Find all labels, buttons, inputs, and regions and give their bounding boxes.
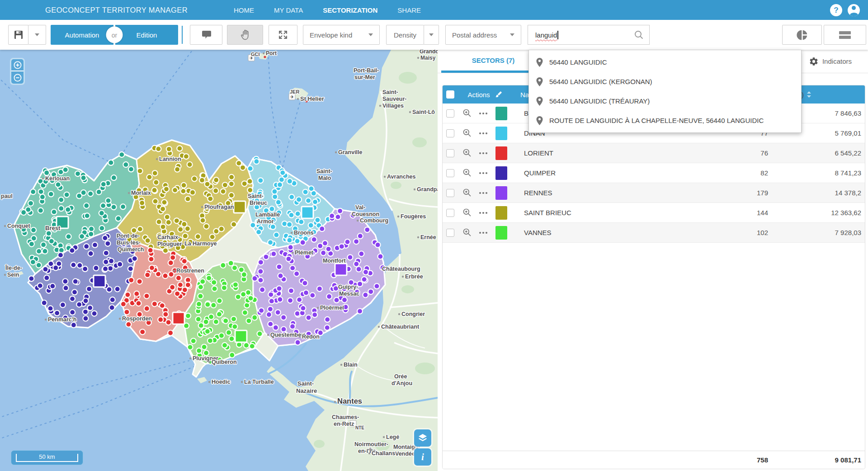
table-view-button[interactable]	[824, 25, 866, 45]
sector-value: 7 928,03	[768, 229, 865, 236]
top-navbar: GEOCONCEPT TERRITORY MANAGER HOMEMY DATA…	[0, 0, 868, 20]
svg-text:Challans: Challans	[372, 450, 395, 457]
map-canvas[interactable]: ✈✈✈GCIPortJERSt HelierPort-Bail-sur-MerG…	[0, 50, 438, 471]
pan-hand-button[interactable]	[227, 25, 263, 45]
row-checkbox[interactable]	[446, 169, 454, 177]
nav-item-my-data[interactable]: MY DATA	[273, 1, 304, 19]
map-svg: ✈✈✈GCIPortJERSt HelierPort-Bail-sur-MerG…	[0, 50, 438, 471]
suggestion-item[interactable]: 56440 LANGUIDIC (KERGONAN)	[529, 72, 801, 91]
select-all-checkbox[interactable]	[446, 90, 454, 99]
zoom-to-sector-button[interactable]	[459, 168, 475, 178]
row-menu-button[interactable]	[475, 172, 491, 174]
svg-text:Lamballe: Lamballe	[255, 212, 280, 218]
svg-text:Ernée: Ernée	[420, 234, 436, 240]
svg-text:Port-Bail-: Port-Bail-	[354, 67, 379, 74]
sector-color-swatch	[495, 146, 507, 160]
table-row[interactable]: SAINT BRIEUC14412 363,62	[443, 203, 865, 223]
zoom-out-button[interactable]	[11, 71, 24, 84]
row-menu-button[interactable]	[475, 132, 491, 135]
fullscreen-button[interactable]	[269, 25, 297, 45]
sector-marker-dinan[interactable]	[302, 207, 313, 218]
row-checkbox[interactable]	[446, 149, 454, 157]
suggestion-item[interactable]: 56440 LANGUIDIC (TRÉAURAY)	[529, 91, 801, 111]
sector-color-swatch	[495, 186, 507, 200]
sector-count: 76	[718, 149, 768, 157]
navbar-right: ?	[830, 0, 860, 20]
table-row[interactable]: VANNES1027 928,03	[443, 223, 865, 243]
sector-marker-saint-brieuc[interactable]	[234, 201, 245, 213]
sector-marker-quimper[interactable]	[94, 275, 105, 287]
row-checkbox[interactable]	[446, 229, 454, 237]
svg-text:Hoedic: Hoedic	[212, 379, 231, 385]
layers-button[interactable]	[414, 429, 431, 447]
chart-view-button[interactable]	[782, 25, 822, 45]
paintbrush-icon[interactable]	[495, 90, 503, 99]
zoom-to-sector-button[interactable]	[459, 208, 475, 217]
toolbar-right-group	[782, 25, 866, 45]
svg-text:Guipry-: Guipry-	[338, 284, 358, 290]
automation-button[interactable]: Automation	[51, 25, 113, 45]
zoom-to-sector-button[interactable]	[459, 108, 475, 118]
pie-chart-icon	[797, 29, 808, 41]
main-nav: HOMEMY DATASECTORIZATIONSHARE	[233, 1, 422, 19]
row-menu-button[interactable]	[475, 212, 491, 214]
row-checkbox[interactable]	[446, 109, 454, 118]
row-menu-button[interactable]	[475, 192, 491, 194]
location-pin-icon	[536, 116, 543, 125]
map-scale-bar: 50 km	[11, 450, 83, 465]
info-button[interactable]: i	[414, 448, 431, 466]
svg-text:paul: paul	[1, 193, 13, 199]
sector-color-swatch	[495, 226, 507, 240]
table-row[interactable]: RENNES17914 378,2	[443, 183, 865, 203]
density-button[interactable]: Density	[386, 25, 424, 45]
suggestion-item[interactable]: ROUTE DE LANGUIDIC À LA CHAPELLE-NEUVE, …	[529, 111, 801, 130]
search-input[interactable]: languid	[528, 25, 650, 45]
user-avatar-icon[interactable]	[848, 4, 860, 16]
table-row[interactable]: LORIENT766 545,22	[443, 143, 865, 163]
row-checkbox[interactable]	[446, 209, 454, 217]
svg-text:Legé: Legé	[386, 434, 399, 440]
svg-text:Île-de-: Île-de-	[5, 264, 22, 271]
total-count: 758	[718, 456, 768, 464]
zoom-to-sector-button[interactable]	[459, 128, 475, 138]
postal-address-dropdown[interactable]: Postal address	[445, 25, 521, 45]
total-value: 9 081,71	[768, 456, 865, 464]
suggestion-item[interactable]: 56440 LANGUIDIC	[529, 52, 801, 72]
svg-text:Rosporden: Rosporden	[122, 316, 152, 322]
envelope-kind-dropdown[interactable]: Envelope kind	[303, 25, 380, 45]
indicators-button[interactable]: Indicators	[809, 50, 852, 73]
sort-icon	[807, 91, 811, 98]
zoom-to-sector-button[interactable]	[459, 148, 475, 158]
nav-item-sectorization[interactable]: SECTORIZATION	[322, 1, 378, 19]
help-icon[interactable]: ?	[830, 4, 842, 16]
sector-marker-rennes[interactable]	[335, 264, 347, 275]
svg-text:✈: ✈	[290, 94, 294, 99]
sector-marker-lorient[interactable]	[173, 312, 184, 324]
zoom-to-sector-button[interactable]	[459, 228, 475, 237]
row-menu-button[interactable]	[475, 231, 491, 234]
save-button[interactable]	[8, 25, 28, 45]
row-menu-button[interactable]	[475, 152, 491, 155]
svg-text:JER: JER	[290, 89, 299, 94]
sector-color-swatch	[495, 206, 507, 220]
sector-marker-vannes[interactable]	[235, 330, 247, 342]
postal-address-label: Postal address	[452, 31, 497, 39]
zoom-in-button[interactable]	[11, 59, 24, 71]
sector-value: 8 741,23	[768, 169, 865, 177]
chevron-down-icon	[368, 33, 373, 36]
row-checkbox[interactable]	[446, 129, 454, 137]
svg-text:Châteaubourg: Châteaubourg	[382, 266, 420, 272]
nav-item-share[interactable]: SHARE	[396, 1, 422, 19]
save-more-button[interactable]	[28, 25, 46, 45]
nav-item-home[interactable]: HOME	[233, 1, 255, 19]
chevron-down-icon	[429, 33, 434, 36]
edition-button[interactable]: Edition	[115, 25, 178, 45]
row-checkbox[interactable]	[446, 189, 454, 197]
zoom-to-sector-button[interactable]	[459, 188, 475, 198]
density-more-button[interactable]	[424, 25, 439, 45]
suggestion-label: 56440 LANGUIDIC	[549, 58, 607, 66]
table-row[interactable]: QUIMPER828 741,23	[443, 163, 865, 183]
comment-button[interactable]	[190, 25, 222, 45]
row-menu-button[interactable]	[475, 112, 491, 115]
svg-text:Saint-: Saint-	[382, 89, 398, 95]
